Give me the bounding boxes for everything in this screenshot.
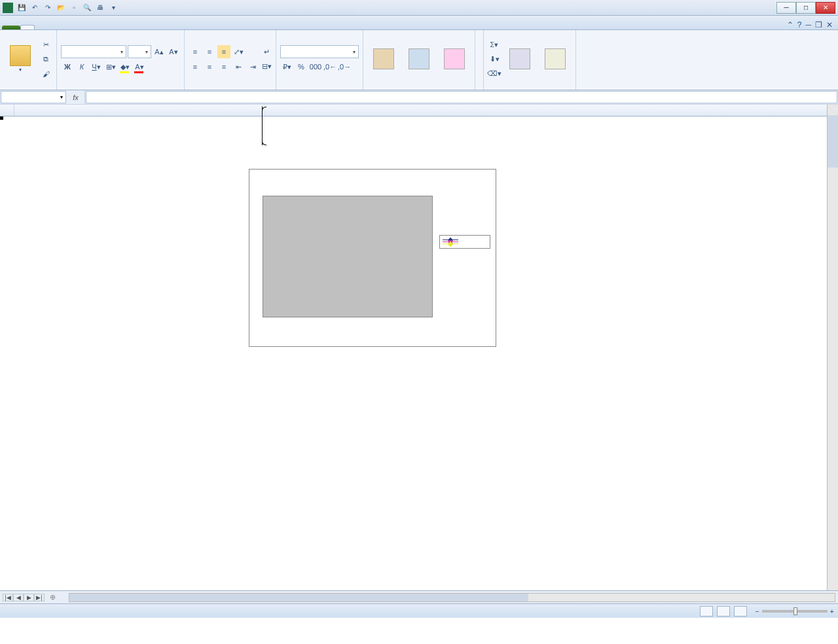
group-label	[280, 87, 359, 88]
tab-review[interactable]	[87, 26, 100, 29]
tab-nav-first-icon[interactable]: |◀	[3, 594, 13, 601]
group-label	[189, 87, 272, 88]
align-left-icon[interactable]: ≡	[189, 60, 202, 73]
fill-color-icon[interactable]: ◆▾	[118, 60, 132, 73]
grow-font-icon[interactable]: A▴	[153, 45, 166, 58]
merge-icon[interactable]: ⊟▾	[262, 60, 272, 73]
shrink-font-icon[interactable]: A▾	[167, 45, 180, 58]
normal-view-button[interactable]	[700, 606, 713, 617]
font-color-icon[interactable]: A▾	[133, 60, 146, 73]
font-size-combo[interactable]: ▾	[128, 45, 151, 58]
tab-home[interactable]	[20, 25, 35, 29]
align-middle-icon[interactable]: ≡	[203, 45, 216, 58]
active-cell-outline	[0, 116, 3, 119]
ribbon-minimize-icon[interactable]: ⌃	[787, 20, 793, 29]
tab-data[interactable]	[74, 26, 87, 29]
wrap-text-icon[interactable]: ↵	[262, 46, 272, 59]
sort-filter-button[interactable]	[503, 38, 536, 81]
group-font: ▾ ▾ A▴ A▾ Ж К Ч▾ ⊞▾ ◆▾ A▾	[57, 30, 185, 90]
maximize-button[interactable]: □	[796, 2, 816, 14]
tab-formulas[interactable]	[61, 26, 74, 29]
workbook-minimize-icon[interactable]: ─	[805, 20, 811, 29]
preview-icon[interactable]: 🔍	[81, 2, 93, 14]
embedded-chart[interactable]	[249, 169, 496, 347]
new-sheet-icon[interactable]: ⊕	[50, 593, 56, 601]
select-all-corner[interactable]	[0, 105, 14, 116]
format-as-table-button[interactable]	[403, 38, 435, 81]
inc-decimal-icon[interactable]: ,0←	[323, 60, 337, 73]
align-right-icon[interactable]: ≡	[217, 60, 230, 73]
currency-icon[interactable]: ₽▾	[280, 60, 293, 73]
horizontal-scrollbar[interactable]	[69, 593, 835, 602]
group-clipboard: ▾ ✂ ⧉ 🖌	[0, 30, 57, 90]
sheet-tab-bar: |◀ ◀ ▶ ▶| ⊕	[0, 590, 838, 603]
tab-addins[interactable]	[113, 26, 126, 29]
group-editing: Σ▾ ⬇▾ ⌫▾	[484, 30, 576, 90]
zoom-out-icon[interactable]: −	[755, 607, 759, 615]
worksheet-grid[interactable]	[0, 105, 838, 590]
orientation-icon[interactable]: ⤢▾	[232, 45, 245, 58]
copy-icon[interactable]: ⧉	[39, 53, 52, 66]
tab-nav-last-icon[interactable]: ▶|	[34, 594, 45, 601]
tab-insert[interactable]	[35, 26, 48, 29]
excel-icon	[3, 3, 13, 13]
dec-decimal-icon[interactable]: ,0→	[338, 60, 351, 73]
comma-icon[interactable]: 000	[309, 60, 322, 73]
group-label	[61, 87, 180, 88]
tab-nav-prev-icon[interactable]: ◀	[13, 594, 24, 601]
cut-icon[interactable]: ✂	[39, 39, 52, 52]
formula-bar: ▾ fx	[0, 90, 838, 105]
font-name-combo[interactable]: ▾	[61, 45, 126, 58]
undo-icon[interactable]: ↶	[29, 2, 41, 14]
redo-icon[interactable]: ↷	[42, 2, 54, 14]
format-painter-icon[interactable]: 🖌	[39, 67, 52, 80]
indent-inc-icon[interactable]: ⇥	[246, 60, 259, 73]
group-label	[488, 87, 572, 88]
minimize-button[interactable]: ─	[776, 2, 796, 14]
tab-layout[interactable]	[48, 26, 61, 29]
print-icon[interactable]: 🖶	[94, 2, 106, 14]
ribbon-tabs: ⌃ ? ─ ❐ ✕	[0, 16, 838, 30]
qat-more-icon[interactable]: ▾	[107, 2, 119, 14]
title-bar: 💾 ↶ ↷ 📂 ▫ 🔍 🖶 ▾ ─ □ ✕	[0, 0, 838, 16]
tab-nav-next-icon[interactable]: ▶	[24, 594, 34, 601]
indent-dec-icon[interactable]: ⇤	[232, 60, 245, 73]
paste-button[interactable]: ▾	[4, 38, 37, 81]
new-icon[interactable]: ▫	[68, 2, 80, 14]
conditional-format-button[interactable]	[367, 38, 400, 81]
italic-icon[interactable]: К	[75, 60, 88, 73]
formula-input[interactable]	[86, 91, 837, 103]
percent-icon[interactable]: %	[295, 60, 308, 73]
page-layout-view-button[interactable]	[717, 606, 730, 617]
align-top-icon[interactable]: ≡	[189, 45, 202, 58]
file-tab[interactable]	[2, 26, 20, 29]
bold-icon[interactable]: Ж	[61, 60, 74, 73]
workbook-restore-icon[interactable]: ❐	[815, 20, 822, 29]
save-icon[interactable]: 💾	[16, 2, 27, 14]
number-format-combo[interactable]: ▾	[280, 45, 359, 58]
status-bar: − +	[0, 603, 838, 618]
zoom-slider[interactable]	[762, 610, 828, 613]
name-box[interactable]: ▾	[1, 91, 66, 103]
chart-plot-area	[263, 196, 433, 317]
close-button[interactable]: ✕	[816, 2, 835, 14]
group-styles	[363, 30, 475, 90]
workbook-close-icon[interactable]: ✕	[826, 20, 833, 29]
fill-icon[interactable]: ⬇▾	[488, 53, 501, 66]
align-center-icon[interactable]: ≡	[203, 60, 216, 73]
zoom-in-icon[interactable]: +	[830, 607, 834, 615]
help-icon[interactable]: ?	[797, 20, 802, 29]
clear-icon[interactable]: ⌫▾	[488, 67, 501, 80]
find-select-button[interactable]	[539, 38, 572, 81]
cell-styles-button[interactable]	[438, 38, 471, 81]
align-bottom-icon[interactable]: ≡	[217, 45, 230, 58]
border-icon[interactable]: ⊞▾	[104, 60, 117, 73]
fx-icon[interactable]: fx	[67, 90, 85, 104]
underline-icon[interactable]: Ч▾	[90, 60, 103, 73]
vertical-scrollbar[interactable]	[827, 105, 838, 590]
tab-view[interactable]	[100, 26, 113, 29]
autosum-icon[interactable]: Σ▾	[488, 39, 501, 52]
page-break-view-button[interactable]	[734, 606, 747, 617]
open-icon[interactable]: 📂	[55, 2, 67, 14]
group-cells	[475, 30, 484, 90]
